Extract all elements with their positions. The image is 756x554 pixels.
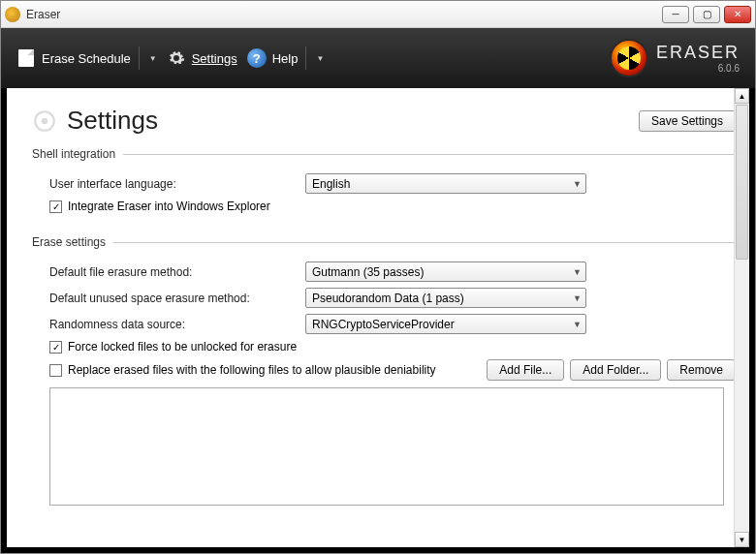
unused-method-label: Default unused space erasure method: [49,292,298,305]
force-unlock-checkbox[interactable] [49,341,62,354]
titlebar: Eraser ─ ▢ ✕ [1,1,755,28]
brand-logo: ERASER 6.0.6 [610,39,740,77]
integrate-explorer-checkbox[interactable] [49,200,62,213]
window-title: Eraser [26,8,662,21]
scroll-thumb[interactable] [736,105,748,260]
save-settings-button[interactable]: Save Settings [639,110,736,132]
file-method-select[interactable]: Gutmann (35 passes) ▼ [305,262,586,282]
content-area: Settings Save Settings Shell integration… [7,88,749,547]
chevron-down-icon: ▼ [573,179,582,189]
force-unlock-label: Force locked files to be unlocked for er… [68,340,297,354]
toolbar-help-label: Help [272,51,299,66]
scroll-down-button[interactable]: ▼ [735,532,749,547]
random-source-value: RNGCryptoServiceProvider [312,318,455,331]
integrate-explorer-label: Integrate Eraser into Windows Explorer [68,200,270,213]
toolbar: Erase Schedule ▼ Settings ? Help ▼ ERASE… [1,28,755,88]
decoy-label: Replace erased files with the following … [68,363,436,377]
settings-page-icon [32,108,57,134]
hazard-icon [610,39,648,77]
toolbar-erase-schedule[interactable]: Erase Schedule ▼ [16,46,157,70]
random-source-select[interactable]: RNGCryptoServiceProvider ▼ [305,314,586,334]
chevron-down-icon: ▼ [573,293,582,303]
help-icon: ? [247,48,267,68]
decoy-checkbox[interactable] [49,364,62,377]
language-label: User interface language: [49,177,298,191]
separator [305,46,306,70]
remove-button[interactable]: Remove [667,359,736,381]
app-window: Eraser ─ ▢ ✕ Erase Schedule ▼ Settings ?… [0,0,756,554]
unused-method-value: Pseudorandom Data (1 pass) [312,292,464,305]
close-button[interactable]: ✕ [724,6,751,23]
erase-settings-legend: Erase settings [32,235,113,249]
brand-name: ERASER [656,43,740,63]
window-buttons: ─ ▢ ✕ [662,6,751,23]
toolbar-settings-label: Settings [192,51,237,66]
svg-point-1 [42,117,48,124]
maximize-button[interactable]: ▢ [693,6,720,23]
document-icon [16,48,36,68]
decoy-files-listbox[interactable] [49,387,724,506]
minimize-button[interactable]: ─ [662,6,689,23]
shell-integration-legend: Shell integration [32,147,123,161]
random-source-label: Randomness data source: [49,318,298,331]
page-title: Settings [67,106,158,136]
separator [139,46,140,70]
toolbar-erase-schedule-label: Erase Schedule [42,51,131,66]
gear-icon [167,48,186,68]
scrollbar[interactable]: ▲ ▼ [734,88,749,547]
language-select[interactable]: English ▼ [305,173,586,194]
toolbar-help[interactable]: ? Help ▼ [247,46,325,70]
app-icon [5,7,20,22]
chevron-down-icon: ▼ [149,54,157,63]
brand-version: 6.0.6 [656,63,740,74]
erase-settings-group: Erase settings Default file erasure meth… [32,235,736,519]
chevron-down-icon: ▼ [316,54,324,63]
add-folder-button[interactable]: Add Folder... [570,359,661,381]
shell-integration-group: Shell integration User interface languag… [32,147,736,230]
toolbar-settings[interactable]: Settings [167,48,237,68]
file-method-label: Default file erasure method: [49,265,298,279]
file-method-value: Gutmann (35 passes) [312,265,424,279]
chevron-down-icon: ▼ [573,267,582,277]
language-value: English [312,177,350,191]
scroll-up-button[interactable]: ▲ [735,88,749,104]
add-file-button[interactable]: Add File... [487,359,564,381]
chevron-down-icon: ▼ [573,320,582,329]
unused-method-select[interactable]: Pseudorandom Data (1 pass) ▼ [305,288,586,308]
